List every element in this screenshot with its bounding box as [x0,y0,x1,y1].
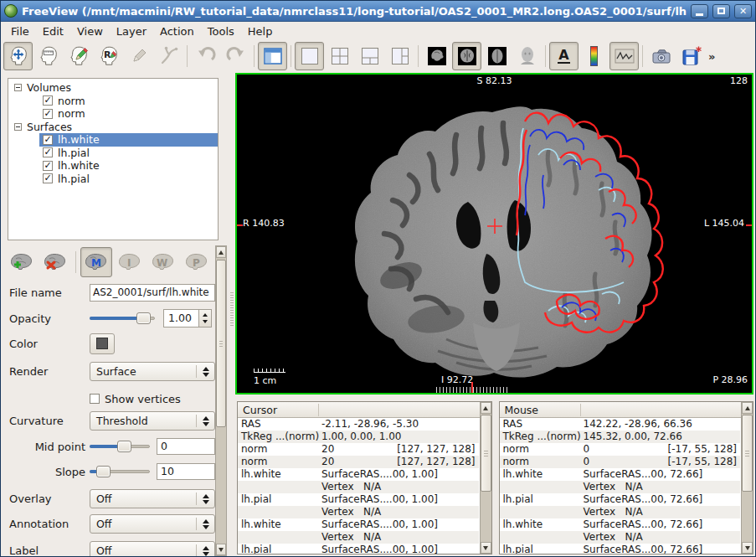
checkbox-checked-icon[interactable]: ✓ [43,147,53,157]
layout-2x2-button[interactable] [325,42,354,70]
save-volume-button[interactable] [676,42,706,70]
roi-edit-tool-button[interactable]: R [94,42,123,70]
opacity-slider[interactable] [90,312,155,324]
panel-scrollbar[interactable] [215,245,227,556]
scroll-down-button[interactable] [216,544,226,555]
slider-thumb[interactable] [117,441,131,452]
tree-item-lhpial-2[interactable]: ✓ lh.pial [39,173,218,186]
annotation-combobox[interactable]: Off [90,514,215,534]
checkbox-checked-icon[interactable]: ✓ [43,109,53,119]
view-sagittal-button[interactable] [422,42,451,70]
load-surface-button[interactable] [6,247,38,277]
table-row[interactable]: TkReg ...(norm)1.00, 0.00, 1.00 [238,431,479,443]
table-row[interactable]: RAS142.22, -28.96, 66.36 [500,418,741,431]
pointset-edit-tool-button[interactable] [124,42,153,70]
scroll-track[interactable] [216,258,226,544]
table-row[interactable]: VertexN/A [238,531,479,544]
mouse-panel-header[interactable]: Mouse [500,402,753,418]
show-inflated-surface-button[interactable]: I [114,247,146,277]
menu-help[interactable]: Help [241,23,280,39]
unload-surface-button[interactable] [39,247,71,277]
table-row[interactable]: norm0[-17, 55, 128] [500,456,741,468]
slider-thumb[interactable] [96,466,111,477]
menu-file[interactable]: File [4,23,36,39]
cursor-panel-header[interactable]: Cursor [238,402,491,418]
layer-tree[interactable]: Volumes ✓ norm ✓ norm Surfaces ✓ lh.whit… [8,78,219,240]
table-row[interactable]: norm0[-17, 55, 128] [500,443,741,456]
scroll-down-button[interactable] [481,542,491,554]
render-combobox[interactable]: Surface [90,362,215,381]
navigate-tool-button[interactable] [3,42,33,70]
tree-group-volumes[interactable]: Volumes [8,81,218,95]
table-row[interactable]: lh.whiteSurfaceRAS...00, 72.66] [500,468,741,481]
collapse-icon[interactable] [14,84,22,91]
horizontal-splitter[interactable] [235,395,753,401]
undo-button[interactable] [191,42,220,70]
table-row[interactable]: VertexN/A [238,481,479,493]
show-pial-surface-button[interactable]: P [181,247,213,277]
menu-layer[interactable]: Layer [110,23,153,39]
menu-view[interactable]: View [70,23,110,39]
measure-tool-button[interactable] [33,42,63,70]
table-row[interactable]: VertexN/A [500,481,741,493]
opacity-spinbox[interactable]: 1.00 [163,309,212,327]
close-button[interactable]: ✕ [734,4,752,18]
table-row[interactable]: VertexN/A [500,531,741,544]
table-row[interactable]: norm20[127, 127, 128] [238,443,479,456]
menu-tools[interactable]: Tools [201,23,241,39]
tree-item-lhwhite-1[interactable]: ✓ lh.white [39,133,218,147]
checkbox-checked-icon[interactable]: ✓ [43,173,53,183]
table-row[interactable]: lh.pialSurfaceRAS...00, 72.66] [500,544,741,554]
curvature-combobox[interactable]: Threshold [90,411,215,431]
checkbox-checked-icon[interactable]: ✓ [43,161,53,171]
table-row[interactable]: lh.pialSurfaceRAS...00, 72.66] [500,493,741,506]
scroll-thumb[interactable] [216,260,226,427]
scroll-up-button[interactable] [216,246,226,258]
scroll-up-button[interactable] [742,402,753,414]
view-3d-button[interactable] [512,42,542,70]
toggle-control-panel-button[interactable] [258,42,287,70]
table-row[interactable]: VertexN/A [500,506,741,518]
splitter-grip[interactable] [230,292,234,327]
vertical-splitter[interactable] [229,73,235,556]
tree-item-lhpial-1[interactable]: ✓ lh.pial [39,147,218,160]
overlay-combobox[interactable]: Off [90,489,215,508]
voxel-edit-tool-button[interactable] [64,42,93,70]
path-tool-button[interactable] [154,42,183,70]
table-row[interactable]: lh.whiteSurfaceRAS....00, 1.00] [238,468,479,481]
maximize-button[interactable] [712,4,730,18]
label-combobox[interactable]: Off [90,541,215,557]
table-row[interactable]: TkReg ...(norm)145.32, 0.00, 72.66 [500,431,741,443]
cursor-scrollbar[interactable] [480,401,492,554]
table-row[interactable]: lh.whiteSurfaceRAS....00, 1.00] [238,518,479,531]
menu-edit[interactable]: Edit [36,23,70,39]
toolbar-overflow-chevron[interactable]: » [707,50,717,63]
scroll-track[interactable] [742,414,753,542]
table-row[interactable]: VertexN/A [238,506,479,518]
layout-1n3-button[interactable] [385,42,414,70]
scroll-thumb[interactable] [742,415,753,492]
titlebar[interactable]: FreeView (/mnt/macmini/RW_tutorial_data/… [1,1,755,22]
scroll-track[interactable] [481,414,491,542]
mid-point-slider[interactable] [90,441,150,452]
view-axial-button[interactable] [482,42,512,70]
table-row[interactable]: lh.pialSurfaceRAS....00, 1.00] [238,544,479,554]
time-course-plot-button[interactable] [609,42,639,70]
show-vertices-checkbox[interactable] [90,394,100,404]
layout-1x1-button[interactable] [295,42,324,70]
screenshot-button[interactable] [646,42,676,70]
spin-arrows[interactable] [198,310,211,327]
file-name-input[interactable]: AS2_0001/surf/lh.white [90,284,215,302]
layout-1n2-button[interactable] [355,42,384,70]
slider-thumb[interactable] [136,312,151,324]
coronal-viewport[interactable]: S 82.13 128 R 140.83 L 145.04 I 92.72 P … [235,73,753,395]
toggle-annotation-button[interactable]: A [549,42,579,70]
menu-action[interactable]: Action [153,23,201,39]
view-coronal-button[interactable] [452,42,481,70]
checkbox-checked-icon[interactable]: ✓ [43,95,53,106]
mid-point-input[interactable]: 0 [157,438,215,455]
color-swatch-button[interactable] [90,333,115,354]
table-row[interactable]: lh.whiteSurfaceRAS...00, 72.66] [500,518,741,531]
toggle-colorbar-button[interactable] [579,42,609,70]
slope-input[interactable]: 10 [157,463,215,480]
